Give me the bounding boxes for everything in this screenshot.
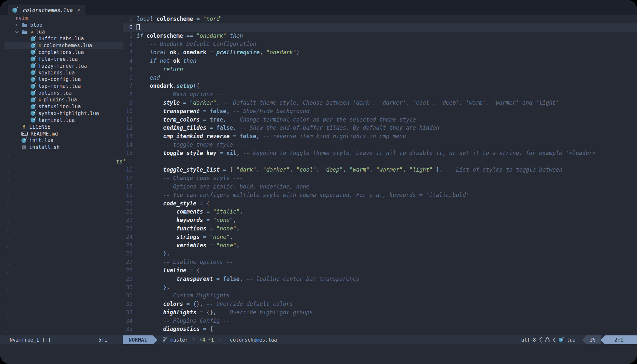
tree-item-colorschemes-lua[interactable]: ✗colorschemes.lua (5, 42, 123, 49)
tree-item-statusline-lua[interactable]: statusline.lua (0, 103, 123, 110)
code-line-32[interactable]: 29 transparent = false, -- lualine cente… (123, 275, 637, 283)
chevron-left-icon (553, 337, 556, 343)
code-line-36[interactable]: 33 highlights = {}, -- Override highligh… (123, 308, 637, 317)
code-line-18[interactable]: ts' (123, 158, 637, 166)
code-line-9[interactable]: 7 onedark.setup({ (123, 82, 637, 90)
git-branch-icon (162, 336, 167, 343)
code-text: toggle_style_key = nil, -- keybind to to… (136, 149, 596, 158)
lua-icon (31, 36, 35, 41)
line-number: 11 (123, 116, 133, 124)
tree-item-file-tree-lua[interactable]: file-tree.lua (0, 56, 123, 62)
code-line-1[interactable]: 1local colorscheme = "nord" (123, 15, 637, 23)
tilde-filler: ~ (6, 160, 9, 168)
code-line-34[interactable]: 31 -- Custom Highlights -- (123, 292, 637, 300)
code-line-29[interactable]: 26 }, (123, 250, 637, 258)
code-line-35[interactable]: 32 colors = {}, -- Override default colo… (123, 300, 637, 308)
tree-item-syntax-highlight-lua[interactable]: syntax-highlight.lua (0, 110, 123, 117)
line-number: 7 (123, 82, 133, 90)
tree-item-init-lua[interactable]: init.lua (0, 137, 123, 144)
code-line-24[interactable]: 21 comments = "italic", (123, 208, 637, 216)
code-text: transparent = false, -- Show/hide backgr… (136, 107, 309, 116)
code-line-37[interactable]: 34 -- Plugins Config -- (123, 317, 637, 325)
tree-item-blob[interactable]: blob (0, 22, 123, 29)
code-line-20[interactable]: 17 -- Change code style --- (123, 174, 637, 183)
code-line-19[interactable]: 16 toggle_style_list = { "dark", "darker… (123, 166, 637, 174)
tab-close-icon[interactable]: × (77, 7, 80, 13)
code-line-2[interactable]: 0 (123, 23, 637, 32)
code-line-11[interactable]: 9 style = "darker", -- Default theme sty… (123, 99, 637, 107)
code-line-17[interactable]: 15 toggle_style_key = nil, -- keybind to… (123, 149, 637, 158)
code-line-30[interactable]: 27 -- Lualine options -- (123, 258, 637, 266)
code-line-22[interactable]: 19 -- You can configure multiple style w… (123, 191, 637, 200)
tilde-filler: ~ (6, 244, 9, 252)
chevron-right-icon[interactable] (15, 23, 21, 27)
tree-item-lsp-format-lua[interactable]: lsp-format.lua (0, 83, 123, 90)
code-line-21[interactable]: 18 -- Options are italic, bold, underlin… (123, 183, 637, 191)
code-line-27[interactable]: 24 strings = "none", (123, 233, 637, 241)
code-line-16[interactable]: 14 -- toggle theme style --- (123, 141, 637, 149)
code-line-12[interactable]: 10 transparent = false, -- Show/hide bac… (123, 107, 637, 116)
code-line-28[interactable]: 25 variables = "none", (123, 241, 637, 250)
tree-item-completions-lua[interactable]: completions.lua (0, 49, 123, 56)
lua-icon (31, 104, 35, 109)
line-number: 15 (123, 149, 133, 158)
code-text: toggle_style_list = { "dark", "darker", … (136, 166, 562, 174)
code-line-13[interactable]: 11 term_colors = true, -- Change termina… (123, 116, 637, 124)
code-editor[interactable]: 1local colorscheme = "nord"01if colorsch… (123, 15, 637, 333)
code-line-4[interactable]: 2 -- Onedark Default Configuration (123, 40, 637, 48)
code-line-26[interactable]: 23 functions = "none", (123, 225, 637, 233)
tilde-filler: ~ (6, 328, 9, 336)
tree-item-options-lua[interactable]: options.lua (0, 90, 123, 97)
tilde-filler: ~ (6, 319, 9, 328)
tree-item-buffer-tabs-lua[interactable]: buffer-tabs.lua (0, 35, 123, 42)
code-line-3[interactable]: 1if colorscheme == "onedark" then (123, 32, 637, 40)
tree-item-install-sh[interactable]: install.sh (0, 144, 123, 151)
tree-cursor-position: 5:1 (98, 337, 107, 343)
tree-item-lua[interactable]: ✗lua (0, 29, 123, 35)
chevron-down-icon[interactable] (15, 30, 21, 33)
code-line-8[interactable]: 6 end (123, 74, 637, 82)
line-number: 14 (123, 141, 133, 149)
code-text: return (136, 65, 183, 74)
git-added-count: +4 (199, 337, 205, 343)
tree-item-label: file-tree.lua (38, 56, 78, 62)
line-number: 3 (123, 48, 133, 57)
tree-item-lsp-config-lua[interactable]: lsp-config.lua (0, 76, 123, 83)
tree-item-plugins-lua[interactable]: ✗plugins.lua (0, 97, 123, 103)
code-line-25[interactable]: 22 keywords = "none", (123, 216, 637, 225)
code-line-6[interactable]: 4 if not ok then (123, 57, 637, 65)
code-line-31[interactable]: 28 lualine = { (123, 266, 637, 275)
code-line-5[interactable]: 3 local ok, onedark = pcall(require, "on… (123, 48, 637, 57)
file-encoding: utf-8 (521, 337, 536, 343)
code-text: code_style = { (136, 200, 210, 208)
code-line-10[interactable]: 8 -- Main options -- (123, 90, 637, 99)
tree-item-license[interactable]: LICENSE (0, 124, 123, 130)
code-line-23[interactable]: 20 code_style = { (123, 200, 637, 208)
tree-item-nvim[interactable]: nvim (0, 15, 123, 22)
tree-item-fuzzy-finder-lua[interactable]: fuzzy-finder.lua (0, 62, 123, 69)
code-line-15[interactable]: 13 cmp_itemkind_reverse = false, -- reve… (123, 132, 637, 141)
filetype-label: lua (567, 337, 576, 343)
line-number: 1 (123, 32, 133, 40)
line-number: 16 (123, 166, 133, 174)
code-line-7[interactable]: 5 return (123, 65, 637, 74)
tilde-filler: ~ (6, 151, 9, 160)
code-text (136, 23, 140, 32)
tilde-filler: ~ (6, 235, 9, 244)
line-number: 24 (123, 233, 133, 241)
code-line-38[interactable]: 35 diagnostics = { (123, 325, 637, 333)
code-line-33[interactable]: 30 }, (123, 283, 637, 292)
code-text: cmp_itemkind_reverse = false, -- reverse… (136, 132, 406, 141)
tree-item-label: README.md (31, 131, 58, 137)
code-text: strings = "none", (136, 233, 233, 241)
mode-indicator: NORMAL (123, 335, 153, 344)
statusline-buffer-name: NvimTree_1 [-] (10, 337, 51, 343)
tree-item-label: lua (36, 29, 45, 35)
tab-colorschemes[interactable]: colorschemes.lua × (8, 5, 85, 15)
code-text: end (136, 74, 160, 82)
code-line-14[interactable]: 12 ending_tildes = false, -- Show the en… (123, 124, 637, 132)
tree-item-terminal-lua[interactable]: terminal.lua (0, 117, 123, 124)
tree-item-keybinds-lua[interactable]: keybinds.lua (0, 69, 123, 76)
tree-item-readme-md[interactable]: README.md (0, 130, 123, 137)
line-number: 28 (123, 266, 133, 275)
